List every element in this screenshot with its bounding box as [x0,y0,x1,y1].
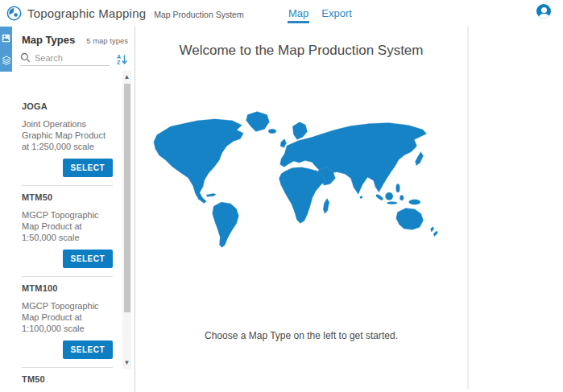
map-type-description: MGCP Topographic Map Product at 1:100,00… [22,300,115,334]
search-box [20,52,110,66]
tab-export[interactable]: Export [321,2,353,24]
map-type-description: Joint Operations Graphic Map Product at … [22,118,115,152]
select-button-mtm50[interactable]: SELECT [63,250,113,268]
main-scrollbar-track[interactable] [467,27,469,389]
header-tabs: Map Export [288,0,353,27]
scroll-down-icon[interactable]: ▼ [122,358,131,367]
map-types-panel: Map Types 5 map types A Z JOGA Joint Op [12,27,135,392]
map-type-list: JOGA Joint Operations Graphic Map Produc… [12,95,122,392]
list-item-mtm100: MTM100 MGCP Topographic Map Product at 1… [22,276,113,367]
search-input[interactable] [35,53,104,63]
list-item-tm50: TM50 Topographic Map Product at 1:50,000… [22,367,113,392]
svg-text:A: A [117,54,121,60]
layers-icon[interactable] [0,49,12,72]
map-type-name: TM50 [22,374,113,384]
app-header: Topographic Mapping Map Production Syste… [0,0,563,27]
map-type-name: JOGA [22,101,113,111]
instruction-text: Choose a Map Type on the left to get sta… [135,330,467,341]
list-item-mtm50: MTM50 MGCP Topographic Map Product at 1:… [22,185,113,276]
sort-az-icon[interactable]: A Z [117,53,128,65]
world-map-image [140,101,462,252]
brand: Topographic Mapping Map Production Syste… [6,0,244,27]
sidebar-scrollbar[interactable]: ▲ ▼ [122,71,131,369]
map-type-description: MGCP Topographic Map Product at 1:50,000… [22,209,115,243]
svg-text:Z: Z [117,60,121,65]
scroll-up-icon[interactable]: ▲ [122,72,131,81]
main-content: Welcome to the Map Production System [135,27,467,392]
panel-title: Map Types [22,34,75,46]
app-title: Topographic Mapping [27,6,146,20]
search-icon [20,52,31,63]
app-window: Topographic Mapping Map Production Syste… [0,0,563,392]
left-toolbar [0,27,12,72]
map-type-name: MTM100 [22,283,113,293]
app-subtitle: Map Production System [154,8,243,19]
map-type-name: MTM50 [22,192,113,202]
select-button-mtm100[interactable]: SELECT [63,340,113,359]
list-item-joga: JOGA Joint Operations Graphic Map Produc… [22,95,113,185]
scrollbar-thumb[interactable] [124,84,130,312]
user-avatar-icon[interactable] [536,4,551,19]
app-logo-globe-icon [6,6,22,21]
map-product-icon[interactable] [0,27,12,49]
select-button-joga[interactable]: SELECT [63,159,113,177]
map-types-header: Map Types 5 map types [12,27,135,46]
tab-map[interactable]: Map [288,2,309,24]
map-type-count: 5 map types [86,36,128,45]
search-row: A Z [12,46,135,66]
welcome-title: Welcome to the Map Production System [135,43,467,59]
